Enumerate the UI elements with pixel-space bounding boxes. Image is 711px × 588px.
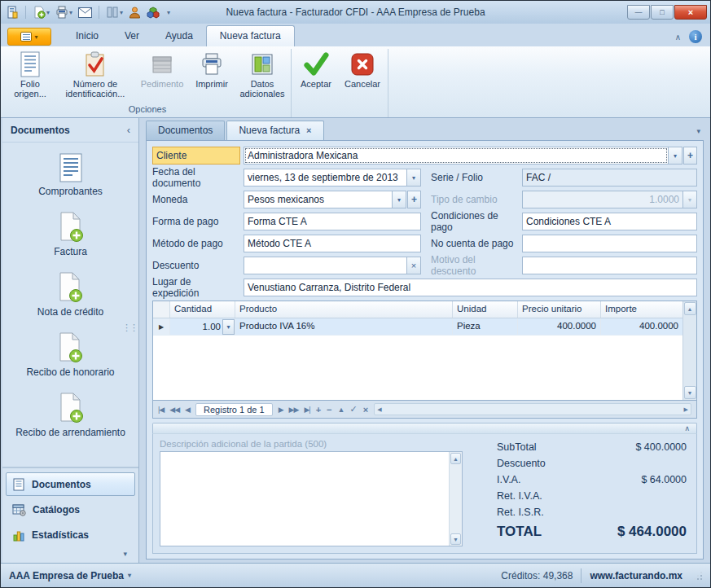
nav-item-estadisticas[interactable]: Estadísticas: [6, 523, 135, 546]
nav-item-documentos[interactable]: Documentos: [6, 472, 135, 496]
sidebar-item-comprobantes[interactable]: Comprobantes: [38, 152, 103, 197]
products-button[interactable]: [145, 5, 161, 20]
scroll-up-icon[interactable]: ▲: [684, 302, 696, 315]
chevron-down-icon: ▾: [128, 572, 131, 579]
column-importe[interactable]: Importe: [601, 301, 682, 318]
forma-pago-input[interactable]: [244, 213, 421, 230]
ret-isr-label: Ret. I.S.R.: [497, 507, 544, 518]
prev-record-button[interactable]: ◀: [185, 406, 190, 414]
status-bar: AAA Empresa de Prueba ▾ Créditos: 49,368…: [1, 563, 710, 587]
cell-cantidad[interactable]: 1.00: [203, 322, 221, 331]
scroll-left-icon[interactable]: ◀: [377, 406, 381, 413]
add-record-button[interactable]: +: [316, 405, 321, 415]
nav-item-catalogos[interactable]: Catálogos: [6, 498, 135, 521]
sidebar-item-recibo-arrendamiento[interactable]: Recibo de arrendamiento: [15, 392, 125, 438]
descuento-clear-button[interactable]: ×: [407, 257, 421, 274]
table-row[interactable]: ▶ 1.00 ▾ Producto IVA 16% Pieza 400.0000…: [153, 318, 682, 336]
scroll-down-icon[interactable]: ▼: [450, 533, 461, 545]
tab-inicio[interactable]: Inicio: [63, 26, 112, 46]
condiciones-pago-input[interactable]: [522, 213, 697, 230]
cantidad-dropdown-button[interactable]: ▾: [222, 319, 235, 335]
subtotal-label: SubTotal: [497, 441, 537, 453]
send-email-button[interactable]: [77, 7, 94, 19]
tab-ayuda[interactable]: Ayuda: [152, 26, 206, 46]
scroll-right-icon[interactable]: ▶: [684, 406, 688, 413]
customer-button[interactable]: [127, 6, 143, 20]
fecha-dropdown-button[interactable]: ▾: [407, 169, 421, 186]
datos-adicionales-button[interactable]: Datos adicionales: [235, 49, 289, 99]
table-vertical-scrollbar[interactable]: ▲ ▼: [682, 301, 696, 400]
descuento-input[interactable]: [244, 257, 407, 274]
sidebar-item-recibo-honorario[interactable]: Recibo de honorario: [26, 331, 114, 378]
print-button[interactable]: ▾: [54, 5, 74, 20]
tab-documentos[interactable]: Documentos: [146, 121, 225, 140]
sidebar-grip-handle[interactable]: ⋮⋮: [122, 323, 137, 333]
folio-origen-button[interactable]: Folio origen...: [6, 49, 55, 99]
cell-precio-unitario[interactable]: 400.0000: [518, 318, 601, 335]
collapse-panel-icon[interactable]: ∧: [684, 424, 690, 432]
close-tab-icon[interactable]: ×: [306, 125, 311, 135]
cell-unidad[interactable]: Pieza: [453, 318, 518, 335]
quick-access-overflow-button[interactable]: ▾: [167, 9, 170, 16]
aceptar-button[interactable]: Aceptar: [293, 49, 339, 90]
company-selector[interactable]: AAA Empresa de Prueba ▾: [9, 570, 131, 581]
numero-identificacion-button[interactable]: Número de identificación...: [55, 49, 136, 99]
maximize-button[interactable]: □: [651, 5, 674, 20]
scroll-up-icon[interactable]: ▲: [450, 453, 461, 464]
column-unidad[interactable]: Unidad: [453, 301, 518, 318]
edit-record-button[interactable]: ▲: [338, 406, 345, 414]
minimize-button[interactable]: —: [627, 5, 650, 20]
nav-overflow-icon[interactable]: ▾: [6, 548, 135, 561]
tab-overflow-icon[interactable]: ▾: [696, 127, 700, 135]
prev-page-button[interactable]: ◀◀: [169, 406, 179, 414]
moneda-dropdown-button[interactable]: ▾: [393, 191, 406, 208]
tab-nueva-factura[interactable]: Nueva factura: [206, 25, 295, 46]
collapse-ribbon-icon[interactable]: ∧: [675, 33, 681, 42]
imprimir-button[interactable]: Imprimir: [188, 49, 235, 90]
post-record-button[interactable]: ✓: [349, 404, 357, 415]
description-scrollbar[interactable]: ▲ ▼: [449, 452, 462, 546]
resize-grip[interactable]: [694, 572, 702, 580]
chevron-down-icon[interactable]: ▾: [120, 9, 123, 16]
sidebar-item-factura[interactable]: Factura: [54, 211, 87, 257]
cell-producto[interactable]: Producto IVA 16%: [235, 318, 453, 335]
application-menu-button[interactable]: ▾: [7, 28, 51, 46]
metodo-pago-input[interactable]: [244, 235, 421, 252]
new-document-button[interactable]: ▾: [31, 5, 51, 20]
column-producto[interactable]: Producto: [235, 301, 453, 318]
info-icon[interactable]: i: [689, 30, 702, 43]
tab-nueva-factura-document[interactable]: Nueva factura ×: [226, 121, 323, 140]
lugar-expedicion-input[interactable]: [244, 279, 697, 296]
collapse-sidebar-icon[interactable]: ‹: [127, 124, 130, 136]
table-horizontal-scrollbar[interactable]: ◀ ▶: [374, 403, 691, 415]
sidebar-item-nota-credito[interactable]: Nota de crédito: [37, 271, 103, 318]
cliente-dropdown-button[interactable]: ▾: [669, 147, 682, 165]
moneda-add-button[interactable]: +: [407, 191, 421, 208]
chevron-down-icon[interactable]: ▾: [69, 9, 72, 16]
fecha-input[interactable]: [244, 169, 407, 186]
description-textarea[interactable]: [160, 452, 449, 546]
next-page-button[interactable]: ▶▶: [289, 406, 299, 414]
first-record-button[interactable]: |◀: [158, 406, 164, 414]
cancel-record-button[interactable]: ×: [363, 405, 368, 415]
column-precio-unitario[interactable]: Precio unitario: [518, 301, 601, 318]
scroll-down-icon[interactable]: ▼: [684, 386, 696, 399]
cliente-input[interactable]: [244, 147, 669, 165]
column-cantidad[interactable]: Cantidad: [170, 301, 235, 318]
columns-view-button[interactable]: ▾: [104, 6, 125, 19]
website-link[interactable]: www.facturando.mx: [590, 570, 682, 581]
button-label: Número de identificación...: [56, 79, 134, 99]
close-button[interactable]: ×: [674, 5, 707, 20]
tab-ver[interactable]: Ver: [112, 26, 152, 46]
moneda-input[interactable]: [244, 191, 393, 208]
motivo-descuento-input[interactable]: [522, 257, 697, 274]
bottom-panel-splitter[interactable]: ∧: [152, 423, 697, 433]
no-cuenta-input[interactable]: [522, 235, 697, 252]
last-record-button[interactable]: ▶|: [304, 406, 309, 414]
cell-importe[interactable]: 400.0000: [601, 318, 682, 335]
delete-record-button[interactable]: −: [327, 405, 331, 415]
chevron-down-icon[interactable]: ▾: [46, 9, 50, 16]
next-record-button[interactable]: ▶: [279, 406, 283, 414]
cliente-add-button[interactable]: +: [683, 147, 697, 165]
cancelar-button[interactable]: Cancelar: [339, 49, 386, 90]
